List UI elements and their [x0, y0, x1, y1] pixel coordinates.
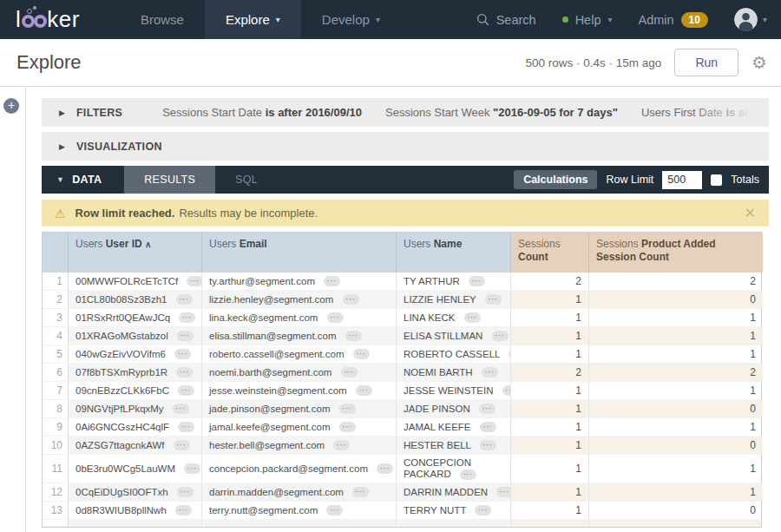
cell-user-id[interactable]: 0CqEiDUgSI0OFTxh ··· [69, 483, 202, 501]
cell-menu-icon[interactable]: ··· [327, 312, 344, 323]
cell-sessions-count[interactable]: 1 [511, 309, 589, 326]
cell-email[interactable]: jamal.keefe@segment.com ··· [202, 418, 397, 436]
cell-product-added-session-count[interactable]: 1 [589, 418, 763, 436]
cell-product-added-session-count[interactable]: 0 [589, 437, 763, 454]
cell-menu-icon[interactable]: ··· [345, 331, 362, 341]
row-limit-input[interactable] [662, 171, 702, 189]
cell-menu-icon[interactable]: ··· [176, 294, 193, 305]
cell-email[interactable]: jade.pinson@segment.com ··· [202, 400, 397, 417]
cell-name[interactable]: LIZZIE HENLEY ··· [397, 291, 511, 308]
close-icon[interactable]: ✕ [745, 205, 756, 221]
cell-email[interactable]: noemi.barth@segment.com ··· [202, 364, 397, 381]
cell-product-added-session-count[interactable]: 1 [589, 345, 763, 363]
cell-menu-icon[interactable]: ··· [341, 367, 358, 378]
cell-email[interactable]: darrin.madden@segment.com ··· [202, 483, 397, 501]
cell-menu-icon[interactable]: ··· [492, 331, 509, 341]
cell-name[interactable]: HESTER BELL ··· [397, 437, 511, 454]
cell-sessions-count[interactable]: 2 [511, 364, 589, 381]
tab-sql[interactable]: SQL [215, 166, 278, 194]
filter-item[interactable]: Sessions Start Week "2016-09-05 for 7 da… [385, 106, 618, 119]
cell-user-id[interactable]: 0Ai6GNCGszHC4qlF ··· [69, 418, 202, 436]
cell-product-added-session-count[interactable]: 2 [589, 364, 763, 381]
cell-user-id[interactable]: 09cnEBzzCLKk6FbC ··· [69, 382, 202, 399]
nav-item-browse[interactable]: Browse [120, 0, 205, 39]
cell-menu-icon[interactable]: ··· [174, 349, 191, 359]
cell-user-id[interactable]: 01XRAGoMGstabzol ··· [69, 327, 202, 345]
filter-item[interactable]: Users First Date is after 2016/09/10 [641, 106, 769, 119]
cell-menu-icon[interactable]: ··· [324, 276, 340, 286]
cell-menu-icon[interactable]: ··· [469, 276, 485, 286]
cell-user-id[interactable]: 09NGVtjPfLPkqxMy ··· [69, 400, 202, 417]
cell-menu-icon[interactable]: ··· [339, 404, 356, 414]
cell-user-id[interactable]: 0AZSG7ttagcnkAWf ··· [69, 437, 202, 454]
cell-menu-icon[interactable]: ··· [479, 404, 496, 414]
help-menu[interactable]: Help ▾ [562, 13, 613, 27]
cell-user-id[interactable]: 00MWWFOLRcETcTCf ··· [69, 273, 202, 290]
data-section-toggle[interactable]: ▼ DATA [42, 174, 124, 186]
totals-checkbox[interactable] [711, 174, 722, 186]
cell-menu-icon[interactable]: ··· [184, 463, 200, 474]
search-button[interactable]: Search [476, 13, 536, 27]
cell-menu-icon[interactable]: ··· [178, 385, 194, 396]
cell-sessions-count[interactable]: 1 [511, 418, 589, 436]
cell-menu-icon[interactable]: ··· [353, 349, 370, 359]
filter-item[interactable]: Sessions Start Date is after 2016/09/10 [162, 106, 362, 119]
cell-email[interactable]: lina.keck@segment.com ··· [202, 309, 397, 326]
column-header-product-added-session-count[interactable]: Sessions Product Added Session Count [589, 233, 763, 273]
cell-menu-icon[interactable]: ··· [480, 440, 496, 450]
calculations-button[interactable]: Calculations [514, 170, 597, 189]
cell-sessions-count[interactable]: 1 [511, 382, 589, 399]
cell-menu-icon[interactable]: ··· [174, 440, 190, 450]
cell-product-added-session-count[interactable]: 0 [589, 400, 763, 417]
cell-user-id[interactable]: 01CL80b08Sz3Bzh1 ··· [69, 291, 202, 308]
cell-menu-icon[interactable]: ··· [176, 367, 193, 378]
cell-menu-icon[interactable]: ··· [482, 367, 498, 378]
cell-user-id[interactable]: 07f8bTSXmRyprb1R ··· [69, 364, 202, 381]
cell-menu-icon[interactable]: ··· [377, 463, 393, 474]
cell-product-added-session-count[interactable]: 1 [589, 327, 763, 345]
nav-item-explore[interactable]: Explore▾ [205, 0, 301, 39]
cell-product-added-session-count[interactable]: 1 [589, 382, 763, 399]
cell-email[interactable]: terry.nutt@segment.com ··· [202, 502, 397, 519]
cell-menu-icon[interactable]: ··· [175, 505, 192, 516]
column-header-email[interactable]: Users Email [202, 233, 397, 273]
cell-name[interactable]: TERRY NUTT ··· [397, 502, 511, 519]
cell-name[interactable]: ELISA STILLMAN ··· [397, 327, 511, 345]
cell-sessions-count[interactable]: 1 [511, 327, 589, 345]
cell-sessions-count[interactable]: 1 [511, 483, 589, 501]
cell-sessions-count[interactable]: 1 [511, 400, 589, 417]
cell-product-added-session-count[interactable]: 2 [589, 273, 763, 290]
cell-email[interactable]: ty.arthur@segment.com ··· [202, 273, 397, 290]
cell-sessions-count[interactable]: 1 [511, 502, 589, 519]
cell-name[interactable]: CONCEPCION PACKARD ··· [397, 455, 511, 483]
cell-sessions-count[interactable]: 2 [511, 273, 589, 290]
cell-menu-icon[interactable]: ··· [460, 470, 476, 480]
cell-menu-icon[interactable]: ··· [173, 404, 189, 414]
cell-name[interactable]: JESSE WEINSTEIN ··· [397, 382, 511, 399]
admin-menu[interactable]: Admin 10 [639, 12, 708, 28]
cell-name[interactable]: LINA KECK ··· [397, 309, 511, 326]
cell-sessions-count[interactable]: 1 [511, 455, 589, 483]
cell-name[interactable]: JADE PINSON ··· [397, 400, 511, 417]
cell-menu-icon[interactable]: ··· [343, 294, 359, 305]
cell-menu-icon[interactable]: ··· [177, 487, 194, 497]
nav-item-develop[interactable]: Develop▾ [301, 0, 401, 39]
cell-email[interactable]: roberto.cassell@segment.com ··· [202, 345, 397, 363]
column-header-sessions-count[interactable]: Sessions Count [511, 233, 589, 273]
cell-user-id[interactable]: 0bE3ru0WCg5LauWM ··· [69, 455, 202, 483]
cell-email[interactable]: lizzie.henley@segment.com ··· [202, 291, 397, 308]
cell-menu-icon[interactable]: ··· [179, 312, 195, 323]
cell-menu-icon[interactable]: ··· [187, 276, 202, 286]
cell-menu-icon[interactable]: ··· [502, 385, 511, 396]
cell-menu-icon[interactable]: ··· [485, 294, 502, 305]
gear-icon[interactable]: ⚙ [751, 52, 767, 73]
cell-menu-icon[interactable]: ··· [356, 385, 372, 396]
cell-product-added-session-count[interactable]: 1 [589, 483, 763, 501]
filters-bar[interactable]: ▶ FILTERS Sessions Start Date is after 2… [42, 98, 769, 127]
cell-menu-icon[interactable]: ··· [475, 505, 491, 516]
cell-user-id[interactable]: 0d8R3WIUB8pllNwh ··· [69, 502, 202, 519]
cell-email[interactable]: concepcion.packard@segment.com ··· [202, 455, 397, 483]
cell-menu-icon[interactable]: ··· [464, 312, 481, 323]
run-button[interactable]: Run [674, 49, 738, 76]
cell-menu-icon[interactable]: ··· [352, 487, 369, 497]
